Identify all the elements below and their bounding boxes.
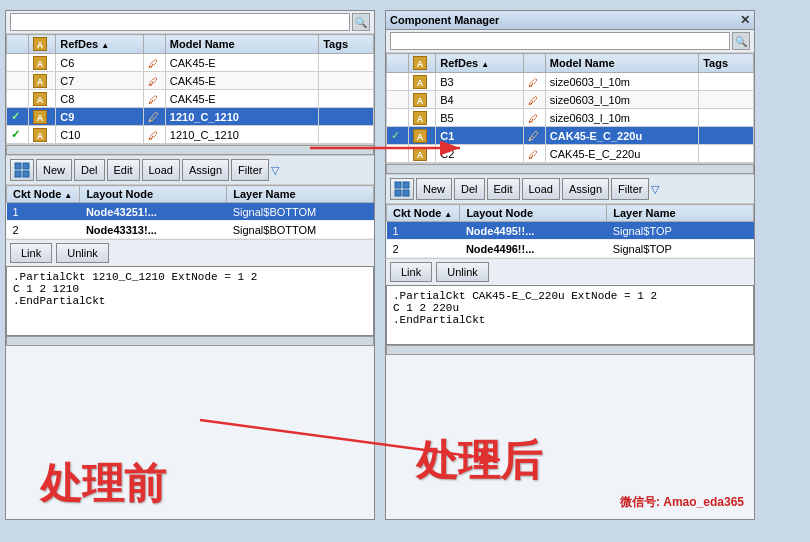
right-unlink-button[interactable]: Unlink [436, 262, 489, 282]
table-row[interactable]: A B5 🖊 size0603_l_10m [387, 109, 754, 127]
left-table-scrollbar[interactable] [6, 145, 374, 155]
right-table-scrollbar[interactable] [386, 164, 754, 174]
right-load-button[interactable]: Load [522, 178, 560, 200]
left-search-input[interactable] [10, 13, 350, 31]
right-col-refdes[interactable]: RefDes ▲ [436, 54, 524, 73]
left-filter-button[interactable]: Filter [231, 159, 269, 181]
right-edit-button[interactable]: Edit [487, 178, 520, 200]
ckt-node-header[interactable]: Ckt Node ▲ [7, 186, 80, 203]
right-bottom-scrollbar[interactable] [386, 345, 754, 355]
right-title: Component Manager [390, 14, 499, 26]
check-cell [387, 109, 409, 127]
left-load-button[interactable]: Load [142, 159, 180, 181]
layout-node-header[interactable]: Layout Node [80, 186, 227, 203]
right-col-tags[interactable]: Tags [699, 54, 754, 73]
right-component-table-wrapper: A RefDes ▲ Model Name Tags A B3 🖊 size06… [386, 53, 754, 164]
table-row[interactable]: ✓ A C1 🖊 CAK45-E_C_220u [387, 127, 754, 145]
right-chinese-label: 处理后 [416, 433, 542, 489]
left-assign-button[interactable]: Assign [182, 159, 229, 181]
svg-rect-2 [15, 171, 21, 177]
model-icon-cell: 🖊 [523, 91, 545, 109]
right-filter-button[interactable]: Filter [611, 178, 649, 200]
table-row[interactable]: A C6 🖊 CAK45-E [7, 54, 374, 72]
left-col-model-icon[interactable] [143, 35, 165, 54]
left-filter-icon: ▽ [271, 164, 279, 177]
model-cell: CAK45-E_C_220u [545, 127, 698, 145]
svg-rect-5 [403, 182, 409, 188]
right-toolbar: New Del Edit Load Assign Filter ▽ [386, 174, 754, 204]
refdes-cell: C2 [436, 145, 524, 163]
left-col-check[interactable] [7, 35, 29, 54]
a-cell: A [28, 72, 55, 90]
layout-node-cell: Node43313!... [80, 221, 227, 239]
left-unlink-button[interactable]: Unlink [56, 243, 109, 263]
table-row[interactable]: ✓ A C9 🖊 1210_C_1210 [7, 108, 374, 126]
layer-name-header[interactable]: Layer Name [227, 186, 374, 203]
model-cell: CAK45-E [165, 54, 318, 72]
a-cell: A [28, 108, 55, 126]
right-layout-node-header[interactable]: Layout Node [460, 205, 607, 222]
left-del-button[interactable]: Del [74, 159, 105, 181]
check-cell [387, 91, 409, 109]
left-col-tags[interactable]: Tags [319, 35, 374, 54]
node-table-row[interactable]: 1 Node4495!!... Signal$TOP [387, 222, 754, 240]
refdes-cell: C9 [56, 108, 144, 126]
right-assign-button[interactable]: Assign [562, 178, 609, 200]
left-link-button[interactable]: Link [10, 243, 52, 263]
left-new-button[interactable]: New [36, 159, 72, 181]
right-new-button[interactable]: New [416, 178, 452, 200]
table-row[interactable]: ✓ A C10 🖊 1210_C_1210 [7, 126, 374, 144]
ckt-node-cell: 1 [7, 203, 80, 221]
tags-cell [699, 73, 754, 91]
model-cell: CAK45-E [165, 90, 318, 108]
model-icon-cell: 🖊 [143, 72, 165, 90]
right-toolbar-icon-btn[interactable] [390, 178, 414, 200]
model-cell: size0603_l_10m [545, 73, 698, 91]
grid-icon-right [394, 181, 410, 197]
tags-cell [319, 72, 374, 90]
pencil-icon: 🖊 [528, 113, 538, 124]
left-search-bar: 🔍 [6, 11, 374, 34]
right-col-model-icon[interactable] [523, 54, 545, 73]
check-cell [387, 73, 409, 91]
left-toolbar-icon-btn[interactable] [10, 159, 34, 181]
right-search-button[interactable]: 🔍 [732, 32, 750, 50]
node-table-row[interactable]: 2 Node43313!... Signal$BOTTOM [7, 221, 374, 239]
left-edit-button[interactable]: Edit [107, 159, 140, 181]
check-cell: ✓ [7, 126, 29, 144]
a-cell: A [408, 145, 435, 163]
table-row[interactable]: A B3 🖊 size0603_l_10m [387, 73, 754, 91]
table-row[interactable]: A C2 🖊 CAK45-E_C_220u [387, 145, 754, 163]
right-col-a[interactable]: A [408, 54, 435, 73]
a-icon: A [33, 128, 47, 142]
right-close-button[interactable]: ✕ [740, 13, 750, 27]
tags-cell [319, 108, 374, 126]
node-table-row[interactable]: 2 Node4496!!... Signal$TOP [387, 240, 754, 258]
left-col-model[interactable]: Model Name [165, 35, 318, 54]
svg-rect-7 [403, 190, 409, 196]
a-cell: A [28, 54, 55, 72]
left-search-button[interactable]: 🔍 [352, 13, 370, 31]
right-link-button[interactable]: Link [390, 262, 432, 282]
svg-rect-6 [395, 190, 401, 196]
check-cell: ✓ [387, 127, 409, 145]
pencil-icon: 🖊 [528, 95, 538, 106]
left-col-a[interactable]: A [28, 35, 55, 54]
right-layer-name-header[interactable]: Layer Name [607, 205, 754, 222]
left-bottom-scrollbar[interactable] [6, 336, 374, 346]
right-refdes-sort-arrow: ▲ [481, 60, 489, 69]
left-col-refdes[interactable]: RefDes ▲ [56, 35, 144, 54]
right-search-input[interactable] [390, 32, 730, 50]
right-titlebar: Component Manager ✕ [386, 11, 754, 30]
table-row[interactable]: A C7 🖊 CAK45-E [7, 72, 374, 90]
node-table-row[interactable]: 1 Node43251!... Signal$BOTTOM [7, 203, 374, 221]
right-col-model[interactable]: Model Name [545, 54, 698, 73]
table-row[interactable]: A B4 🖊 size0603_l_10m [387, 91, 754, 109]
right-ckt-node-header[interactable]: Ckt Node ▲ [387, 205, 460, 222]
right-col-check[interactable] [387, 54, 409, 73]
right-text-panel: .PartialCkt CAK45-E_C_220u ExtNode = 1 2… [386, 285, 754, 345]
refdes-cell: C6 [56, 54, 144, 72]
table-row[interactable]: A C8 🖊 CAK45-E [7, 90, 374, 108]
a-icon: A [33, 110, 47, 124]
right-del-button[interactable]: Del [454, 178, 485, 200]
